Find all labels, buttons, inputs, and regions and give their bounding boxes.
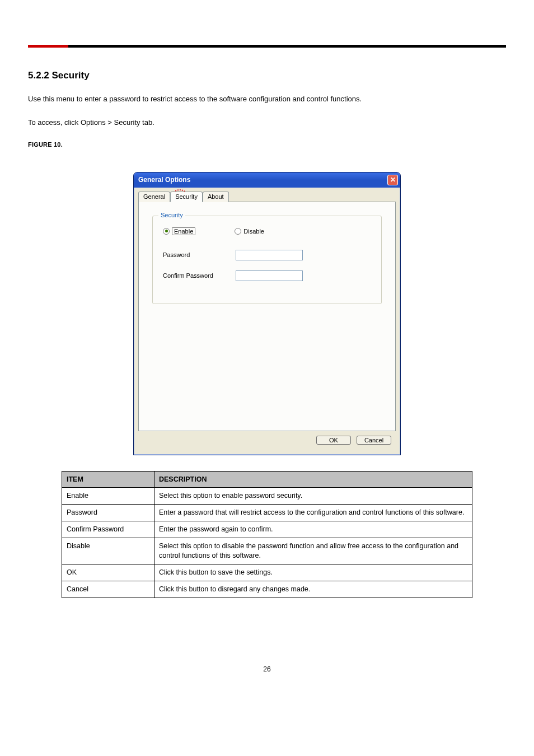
radio-disable-label: Disable: [243, 228, 264, 235]
radio-enable-label: Enable: [172, 227, 195, 235]
radio-icon: [235, 228, 241, 235]
table-cell-desc: Enter a password that will restrict acce…: [154, 505, 472, 521]
section-paragraph-1: Use this menu to enter a password to res…: [28, 94, 506, 105]
table-cell-item: Password: [62, 505, 154, 521]
section-heading: 5.2.2 Security: [28, 70, 506, 81]
header-rule: [28, 45, 506, 48]
tab-security[interactable]: Security: [170, 192, 203, 202]
password-input[interactable]: [236, 250, 303, 260]
table-cell-item: Enable: [62, 488, 154, 505]
table-header-desc: DESCRIPTION: [154, 471, 472, 488]
table-cell-desc: Click this button to save the settings.: [154, 564, 472, 581]
close-icon: ✕: [390, 176, 396, 183]
tabstrip: General Security About: [138, 192, 396, 202]
confirm-password-input[interactable]: [236, 270, 303, 281]
table-cell-desc: Select this option to disable the passwo…: [154, 538, 472, 564]
table-cell-item: Disable: [62, 538, 154, 564]
password-label: Password: [163, 251, 236, 258]
table-row: Cancel Click this button to disregard an…: [62, 581, 472, 598]
confirm-password-label: Confirm Password: [163, 272, 236, 279]
table-header-item: ITEM: [62, 471, 154, 488]
dialog-title: General Options: [138, 176, 190, 184]
description-table: ITEM DESCRIPTION Enable Select this opti…: [62, 471, 472, 598]
table-row: Confirm Password Enter the password agai…: [62, 521, 472, 538]
page-number: 26: [28, 665, 506, 673]
radio-icon: [163, 228, 170, 235]
ok-button[interactable]: OK: [316, 436, 351, 445]
table-cell-desc: Enter the password again to confirm.: [154, 521, 472, 538]
section-paragraph-2: To access, click Options > Security tab.: [28, 117, 506, 128]
table-cell-item: OK: [62, 564, 154, 581]
table-cell-item: Cancel: [62, 581, 154, 598]
table-header-row: ITEM DESCRIPTION: [62, 471, 472, 488]
radio-disable[interactable]: Disable: [235, 227, 264, 235]
tab-about[interactable]: About: [203, 192, 229, 202]
table-row: Password Enter a password that will rest…: [62, 505, 472, 521]
figure-container: General Options ✕ General Security About: [28, 172, 506, 455]
radio-enable[interactable]: Enable: [163, 227, 195, 235]
dialog-titlebar: General Options ✕: [134, 172, 400, 188]
figure-label: FIGURE 10.: [28, 140, 506, 150]
cancel-button[interactable]: Cancel: [357, 436, 391, 445]
table-cell-item: Confirm Password: [62, 521, 154, 538]
table-row: Disable Select this option to disable th…: [62, 538, 472, 564]
table-cell-desc: Select this option to enable password se…: [154, 488, 472, 505]
close-button[interactable]: ✕: [387, 175, 398, 185]
table-row: OK Click this button to save the setting…: [62, 564, 472, 581]
table-row: Enable Select this option to enable pass…: [62, 488, 472, 505]
table-cell-desc: Click this button to disregard any chang…: [154, 581, 472, 598]
group-title: Security: [158, 212, 185, 218]
tab-general[interactable]: General: [138, 192, 170, 202]
tab-panel-security: Security Enable Disable: [138, 202, 396, 431]
options-dialog: General Options ✕ General Security About: [133, 172, 401, 455]
security-group: Security Enable Disable: [152, 216, 382, 304]
